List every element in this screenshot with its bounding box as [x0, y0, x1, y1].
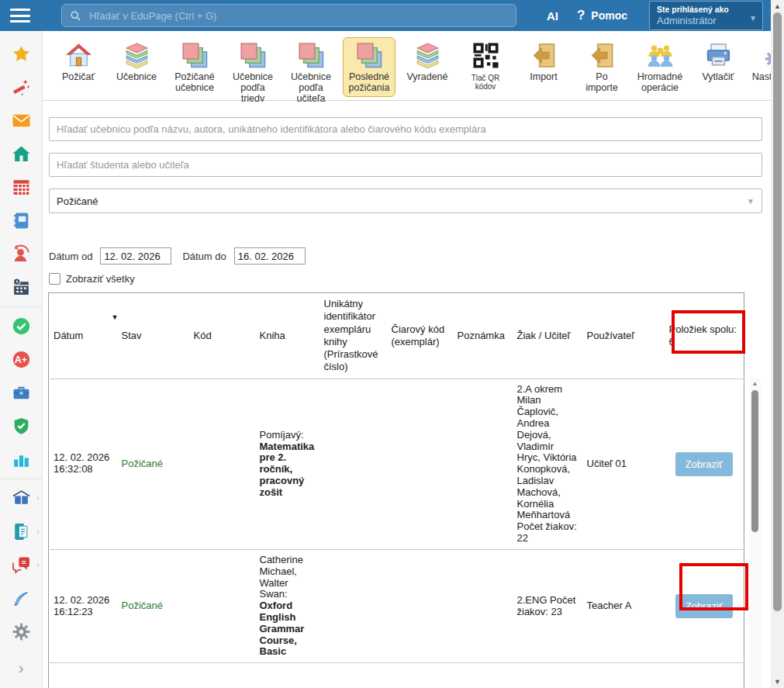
sidebar-item-classbook[interactable] — [0, 204, 42, 237]
tool-po-importe[interactable]: Po importe — [575, 37, 628, 97]
sidebar-divider — [0, 479, 42, 479]
view-button[interactable]: Zobraziť — [675, 452, 733, 476]
date-from-input[interactable] — [100, 247, 171, 264]
notebook-icon — [12, 211, 31, 230]
gear-icon — [12, 622, 31, 641]
scroll-up-icon[interactable]: ▲ — [749, 380, 761, 387]
tool-posledne-pozicania[interactable]: Posledné požičania — [343, 37, 395, 97]
sidebar-item-documents[interactable]: › — [0, 515, 42, 548]
table-scrollbar[interactable]: ▲ — [749, 378, 761, 688]
sidebar-item-approvals[interactable] — [0, 309, 42, 343]
sidebar-item-security[interactable] — [0, 410, 42, 443]
person-search-input[interactable] — [49, 153, 762, 177]
tool-pozicane-ucebnice[interactable]: Požičané učebnice — [168, 37, 221, 97]
grade-a-plus-icon — [12, 350, 31, 369]
signed-in-user: Administrátor — [657, 15, 742, 26]
tool-ucebnice-podla-ucitela[interactable]: Učebnice podľa učiteľa — [285, 37, 337, 108]
left-sidebar: › › › › — [0, 31, 43, 688]
sidebar-expand-chevron[interactable]: › — [19, 659, 24, 677]
home-icon — [12, 144, 31, 164]
tool-hromadne-operacie[interactable]: Hromadné operácie — [634, 37, 686, 97]
tool-import[interactable]: Import — [517, 37, 570, 86]
sidebar-item-results[interactable] — [0, 443, 42, 476]
column-header-stav[interactable]: Stav — [117, 293, 189, 379]
cell-kod — [189, 549, 255, 662]
sidebar-item-agenda[interactable] — [0, 376, 42, 410]
cell-ciarovy — [387, 663, 453, 688]
column-header-ziak[interactable]: Žiak / Učiteľ — [513, 293, 582, 379]
sidebar-item-home[interactable] — [0, 137, 42, 171]
book-copies-icon — [181, 42, 209, 69]
tool-label: Import — [530, 71, 557, 82]
page-scrollbar[interactable]: ▲ ▼ — [771, 0, 784, 688]
documents-icon — [12, 522, 31, 541]
question-mark-icon: ? — [577, 8, 585, 23]
calendar-clock-icon — [12, 278, 31, 297]
sidebar-item-timetable[interactable] — [0, 171, 42, 204]
global-search-input[interactable] — [88, 9, 508, 22]
sidebar-item-attendance[interactable] — [0, 271, 42, 304]
view-button[interactable]: Zobraziť — [675, 594, 733, 618]
help-label: Pomoc — [591, 9, 627, 22]
column-header-kod[interactable]: Kód — [189, 293, 255, 379]
column-header-pouzivatel[interactable]: Používateľ — [582, 293, 665, 379]
sidebar-item-communication[interactable]: › — [0, 548, 42, 582]
scroll-up-icon[interactable]: ▲ — [771, 2, 784, 10]
show-all-label: Zobraziť všetky — [66, 273, 135, 285]
sidebar-item-exams[interactable] — [0, 582, 42, 615]
date-to-input[interactable] — [234, 247, 306, 264]
sidebar-item-messages[interactable] — [0, 104, 42, 137]
column-header-datum[interactable]: Dátum▼ — [49, 293, 117, 379]
sidebar-item-settings[interactable] — [0, 615, 42, 648]
status-select[interactable]: Požičané ▼ — [49, 188, 762, 213]
global-search[interactable] — [61, 4, 516, 27]
date-from-label: Dátum od — [49, 251, 92, 262]
table-scrollbar-thumb[interactable] — [751, 390, 758, 532]
signed-in-user-menu[interactable]: Ste prihlásený ako Administrátor ▼ — [649, 1, 763, 30]
sidebar-item-grades[interactable] — [0, 343, 42, 376]
tool-label: Vyradené — [406, 71, 447, 82]
timetable-grid-icon — [12, 178, 31, 197]
sidebar-item-wizard[interactable] — [0, 71, 42, 104]
tool-ucebnice-podla-triedy[interactable]: Učebnice podľa triedy — [226, 37, 279, 108]
printer-icon — [705, 42, 732, 69]
page-scrollbar-thumb[interactable] — [773, 12, 782, 611]
briefcase-icon — [12, 383, 31, 403]
book-stack-icon — [414, 42, 441, 69]
book-search-input[interactable] — [49, 117, 762, 141]
chat-bubbles-icon — [12, 555, 31, 575]
tool-pozicat[interactable]: Požičať — [52, 37, 105, 86]
show-all-checkbox[interactable] — [49, 273, 60, 285]
tool-vytlacit[interactable]: Vytlačiť — [692, 37, 744, 86]
table-row: 12. 02. 2026 16:32:08 Požičané Pomíjavý:… — [49, 379, 744, 549]
table-header-row: Dátum▼ Stav Kód Kniha Unikátny identifik… — [49, 293, 744, 379]
sidebar-item-library[interactable]: › — [0, 482, 42, 515]
column-header-kniha[interactable]: Kniha — [255, 293, 319, 379]
cell-stav: Požičané — [117, 663, 189, 688]
column-header-unikatny[interactable]: Unikátny identifikátor exempláru knihy (… — [319, 293, 387, 379]
scroll-down-icon[interactable]: ▼ — [771, 678, 784, 686]
cell-kniha: Catherine Michael, Walter Swan: Oxford E… — [255, 549, 319, 662]
book-stack-icon — [123, 42, 150, 69]
cell-pouzivatel: Učiteľ 01 — [582, 379, 665, 549]
help-button[interactable]: ?Pomoc — [577, 8, 627, 23]
cell-action: Zobraziť — [665, 549, 744, 662]
sidebar-item-star[interactable] — [0, 37, 42, 71]
tool-vyradene[interactable]: Vyradené — [401, 37, 454, 86]
magic-wand-icon — [12, 78, 31, 97]
column-header-poznamka[interactable]: Poznámka — [453, 293, 513, 379]
cell-action: Zrušiť požičanie — [665, 663, 744, 688]
tool-label: Učebnice — [116, 71, 157, 82]
ai-button[interactable]: AI — [547, 9, 558, 22]
star-icon — [12, 44, 31, 64]
signed-in-label: Ste prihlásený ako — [657, 5, 742, 14]
column-header-ciarovy[interactable]: Čiarový kód (exemplár) — [387, 293, 453, 379]
search-icon — [70, 10, 81, 22]
cell-ziak: 2.ENG Počet žiakov: 23 — [513, 549, 582, 662]
sidebar-item-substitution[interactable] — [0, 237, 42, 271]
hamburger-menu-icon[interactable] — [10, 9, 30, 22]
tool-ucebnice[interactable]: Učebnice — [110, 37, 163, 86]
tool-tlac-qr-kodov[interactable]: Tlač QR kódov — [459, 37, 512, 95]
cell-datum: 12. 02. 2026 14:40:26 — [49, 663, 117, 688]
tool-label: Učebnice podľa triedy — [231, 71, 275, 104]
